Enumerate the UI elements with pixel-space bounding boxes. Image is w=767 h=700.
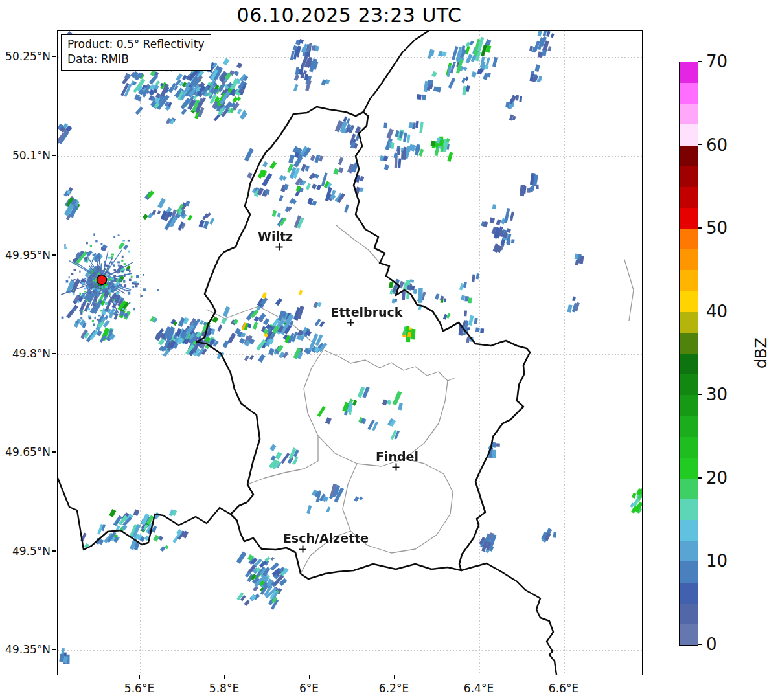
radar-map-canvas [58,31,642,675]
x-tick-label: 5.8°E [209,682,239,695]
colorbar-segment [680,395,698,416]
x-tick-mark [564,675,564,679]
colorbar-tick-mark [698,644,702,644]
colorbar-segment [680,374,698,395]
x-tick-mark [139,675,140,679]
y-tick-label: 49.95°N [5,249,51,262]
colorbar-segment [680,541,698,561]
colorbar-tick-label: 50 [706,218,727,238]
y-tick-mark [52,451,56,452]
colorbar-segment [680,62,698,83]
colorbar-segment [680,333,698,354]
colorbar-segment [680,499,698,520]
x-tick-mark [394,675,395,679]
city-marker-icon [276,243,283,251]
x-tick-mark [479,675,479,679]
y-tick-mark [52,353,56,354]
x-tick-label: 6.6°E [549,682,578,695]
city-marker-icon [347,319,354,326]
colorbar-segment [680,166,698,187]
y-tick-mark [52,155,56,155]
product-info-line2: Data: RMIB [67,52,205,67]
colorbar-segment [680,83,698,104]
figure-title: 06.10.2025 23:23 UTC [57,4,641,27]
colorbar-tick-label: 10 [706,551,727,570]
colorbar-segment [680,146,698,166]
radar-figure: 06.10.2025 23:23 UTC Product: 0.5° Refle… [0,0,767,700]
colorbar-segment [680,187,698,208]
city-label-findel: Findel [376,449,418,464]
colorbar-segment [680,270,698,291]
colorbar-segment [680,624,698,645]
city-marker-icon [299,546,306,553]
colorbar [679,62,698,646]
colorbar-segment [680,520,698,541]
colorbar-tick-label: 60 [706,135,727,155]
city-label-ettelbruck: Ettelbruck [331,305,403,319]
x-tick-label: 6.2°E [379,682,409,695]
colorbar-segment [680,291,698,312]
colorbar-segment [680,561,698,582]
colorbar-axis-label: dBZ [729,321,767,385]
y-tick-mark [52,550,56,551]
city-marker-icon [393,464,400,471]
colorbar-segment [680,229,698,249]
colorbar-segment [680,104,698,124]
colorbar-segment [680,416,698,436]
colorbar-segment [680,354,698,374]
colorbar-segment [680,583,698,604]
colorbar-segment [680,458,698,479]
x-tick-label: 5.6°E [124,682,154,695]
y-tick-label: 49.65°N [5,446,51,458]
colorbar-tick-mark [698,227,702,228]
y-tick-mark [52,56,56,56]
city-label-wiltz: Wiltz [258,229,293,243]
colorbar-tick-label: 40 [706,302,727,321]
colorbar-tick-label: 70 [706,52,727,71]
x-tick-label: 6°E [299,682,319,695]
x-tick-mark [309,675,310,679]
colorbar-tick-mark [698,394,702,395]
colorbar-tick-mark [698,61,702,62]
colorbar-segment [680,479,698,499]
y-tick-label: 50.25°N [5,50,51,63]
colorbar-tick-mark [698,561,702,561]
colorbar-segment [680,437,698,458]
y-tick-label: 50.1°N [12,149,51,162]
colorbar-segment [680,604,698,624]
colorbar-segment [680,124,698,145]
y-tick-label: 49.35°N [5,643,51,656]
y-tick-mark [52,254,56,255]
colorbar-tick-mark [698,477,702,478]
y-tick-label: 49.5°N [12,545,51,558]
product-info-box: Product: 0.5° Reflectivity Data: RMIB [61,34,211,71]
map-plot: Product: 0.5° Reflectivity Data: RMIB Wi… [57,30,643,675]
colorbar-tick-label: 30 [706,385,727,404]
colorbar-segment [680,208,698,229]
colorbar-tick-label: 0 [706,635,717,654]
y-tick-mark [52,649,56,649]
product-info-line1: Product: 0.5° Reflectivity [67,37,205,52]
colorbar-segment [680,249,698,270]
colorbar-segment [680,312,698,333]
colorbar-tick-mark [698,144,702,145]
y-tick-label: 49.8°N [12,347,51,360]
city-label-esch-alzette: Esch/Alzette [283,531,369,545]
x-tick-mark [224,675,225,679]
colorbar-tick-mark [698,311,702,311]
colorbar-tick-label: 20 [706,468,727,488]
x-tick-label: 6.4°E [464,682,494,695]
